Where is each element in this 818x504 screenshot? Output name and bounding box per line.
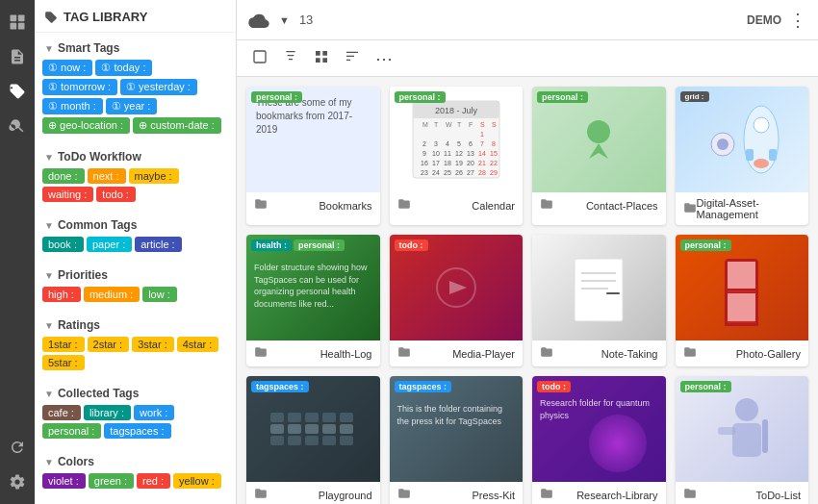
tag-medium[interactable]: medium : bbox=[84, 287, 140, 302]
tag-yellow[interactable]: yellow : bbox=[173, 473, 221, 489]
tag-yesterday[interactable]: ① yesterday : bbox=[120, 79, 197, 95]
chevron-down-icon: ▼ bbox=[44, 320, 54, 331]
svg-point-49 bbox=[754, 159, 769, 168]
grid-item-photo[interactable]: personal : Photo-Gallery bbox=[676, 235, 809, 366]
research-glow bbox=[589, 415, 647, 472]
tag-work[interactable]: work : bbox=[134, 405, 174, 420]
tag-green-color[interactable]: green : bbox=[89, 473, 134, 489]
main-content: ▼ 13 DEMO ⋮ ⋯ These are some of my b bbox=[237, 0, 818, 504]
grid-item-digital[interactable]: grid : bbox=[676, 87, 809, 225]
tag-high[interactable]: high : bbox=[42, 287, 81, 302]
colors-header[interactable]: ▼ Colors bbox=[42, 450, 228, 471]
tag-waiting[interactable]: waiting : bbox=[42, 187, 93, 202]
grid-label-playground: Playground bbox=[319, 490, 372, 501]
svg-text:10: 10 bbox=[432, 150, 440, 157]
grid-item-bookmarks[interactable]: These are some of my bookmarks from 2017… bbox=[246, 87, 380, 225]
svg-text:24: 24 bbox=[432, 169, 440, 176]
svg-rect-2 bbox=[11, 23, 17, 30]
grid-item-calendar[interactable]: personal : 2018 - July M T W T F S S 1 bbox=[390, 87, 524, 225]
select-all-checkbox[interactable] bbox=[248, 47, 271, 70]
tag-personal[interactable]: personal : bbox=[42, 423, 101, 439]
tag-month[interactable]: ① month : bbox=[42, 98, 103, 114]
tag-1star[interactable]: 1star : bbox=[42, 337, 85, 352]
smart-tags-header[interactable]: ▼ Smart Tags bbox=[42, 37, 228, 58]
tag-low[interactable]: low : bbox=[142, 287, 177, 302]
todo-tags-group: done : next : maybe : waiting : todo : bbox=[42, 166, 228, 206]
tag-maybe[interactable]: maybe : bbox=[129, 168, 179, 184]
thumb-media: todo : bbox=[390, 235, 524, 340]
tag-book[interactable]: book : bbox=[42, 237, 84, 252]
nav-refresh-icon[interactable] bbox=[3, 433, 32, 462]
tag-year[interactable]: ① year : bbox=[106, 98, 158, 114]
svg-text:2018 - July: 2018 - July bbox=[435, 106, 478, 115]
svg-text:16: 16 bbox=[421, 160, 428, 166]
folder-icon-playground bbox=[254, 487, 268, 503]
folder-icon-notes bbox=[540, 345, 553, 362]
grid-item-notes[interactable]: Note-Taking bbox=[532, 235, 666, 366]
tag-library[interactable]: library : bbox=[84, 405, 131, 420]
tag-badge-calendar: personal : bbox=[395, 91, 446, 103]
common-tags-group: book : paper : article : bbox=[42, 235, 228, 256]
digital-svg bbox=[703, 96, 780, 183]
collected-tags-header[interactable]: ▼ Collected Tags bbox=[42, 382, 228, 403]
svg-text:29: 29 bbox=[490, 169, 498, 176]
label-bar-presskit: Press-Kit bbox=[390, 482, 524, 504]
grid-item-research[interactable]: todo : Research folder for quantum physi… bbox=[532, 376, 666, 504]
tag-next[interactable]: next : bbox=[88, 168, 126, 184]
svg-text:25: 25 bbox=[444, 169, 451, 176]
label-bar-bookmarks: Bookmarks bbox=[246, 192, 380, 218]
notes-svg bbox=[560, 249, 637, 326]
grid-item-todolist[interactable]: personal : ToDo-List bbox=[676, 376, 809, 504]
label-bar-playground: Playground bbox=[246, 482, 380, 504]
badge-personal-cal: personal : bbox=[395, 91, 446, 103]
tag-4star[interactable]: 4star : bbox=[177, 337, 219, 352]
grid-label-health: Health-Log bbox=[320, 348, 372, 360]
svg-rect-62 bbox=[762, 419, 768, 453]
svg-rect-1 bbox=[18, 15, 25, 22]
tag-article[interactable]: article : bbox=[135, 237, 181, 252]
tag-badge-media: todo : bbox=[395, 239, 428, 251]
ratings-header[interactable]: ▼ Ratings bbox=[42, 314, 228, 335]
nav-file-icon[interactable] bbox=[3, 42, 32, 71]
thumb-bookmarks: These are some of my bookmarks from 2017… bbox=[246, 87, 380, 192]
tag-cafe[interactable]: cafe : bbox=[42, 405, 81, 420]
tag-red-color[interactable]: red : bbox=[137, 473, 170, 489]
priorities-header[interactable]: ▼ Priorities bbox=[42, 264, 228, 285]
tag-geo-location[interactable]: ⊕ geo-location : bbox=[42, 117, 130, 134]
chevron-down-icon: ▼ bbox=[44, 220, 54, 231]
grid-label-calendar: Calendar bbox=[472, 200, 515, 212]
more-options-icon[interactable]: ⋮ bbox=[789, 10, 806, 31]
todo-workflow-header[interactable]: ▼ ToDo Workflow bbox=[42, 145, 228, 166]
label-bar-calendar: Calendar bbox=[390, 192, 524, 218]
grid-item-media[interactable]: todo : Media-Player bbox=[390, 235, 524, 366]
grid-container: These are some of my bookmarks from 2017… bbox=[237, 77, 818, 504]
folder-icon-media bbox=[397, 345, 411, 362]
common-tags-header[interactable]: ▼ Common Tags bbox=[42, 214, 228, 235]
grid-item-playground[interactable]: tagspaces : bbox=[246, 376, 380, 504]
tag-paper[interactable]: paper : bbox=[87, 237, 132, 252]
nav-search-icon[interactable] bbox=[3, 112, 32, 140]
tag-tomorrow[interactable]: ① tomorrow : bbox=[42, 79, 117, 95]
sort-order-icon[interactable] bbox=[341, 47, 364, 70]
tag-todo[interactable]: todo : bbox=[96, 187, 136, 202]
grid-item-presskit[interactable]: tagspaces : This is the folder containin… bbox=[390, 376, 524, 504]
tag-violet[interactable]: violet : bbox=[42, 473, 86, 489]
tag-2star[interactable]: 2star : bbox=[88, 337, 130, 352]
tag-5star[interactable]: 5star : bbox=[42, 355, 85, 370]
nav-settings-icon[interactable] bbox=[3, 467, 32, 496]
more-toolbar-icon[interactable]: ⋯ bbox=[371, 46, 396, 71]
svg-text:4: 4 bbox=[446, 140, 449, 147]
tag-today[interactable]: ① today : bbox=[95, 60, 152, 76]
tag-done[interactable]: done : bbox=[42, 168, 85, 184]
tag-3star[interactable]: 3star : bbox=[132, 337, 174, 352]
tag-now[interactable]: ① now : bbox=[42, 60, 92, 76]
grid-item-health[interactable]: health : personal : Folder structure sho… bbox=[246, 235, 380, 366]
nav-logo[interactable] bbox=[3, 8, 32, 37]
thumb-playground: tagspaces : bbox=[246, 376, 380, 482]
tag-custom-date[interactable]: ⊕ custom-date : bbox=[133, 117, 221, 134]
tag-tagspaces[interactable]: tagspaces : bbox=[104, 423, 170, 439]
grid-view-icon[interactable] bbox=[310, 47, 333, 70]
nav-tag-icon[interactable] bbox=[3, 77, 32, 106]
sort-icon[interactable] bbox=[279, 47, 302, 70]
grid-item-contact[interactable]: personal : Contact-Places bbox=[532, 87, 666, 225]
